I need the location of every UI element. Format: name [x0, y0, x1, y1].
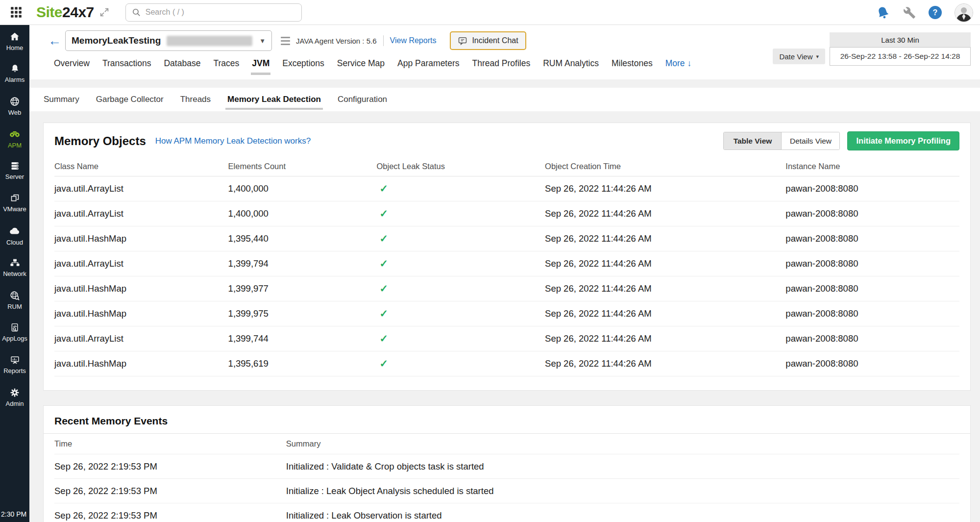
sidebar-item-applogs[interactable]: AppLogs [0, 316, 29, 348]
view-reports-link[interactable]: View Reports [390, 36, 437, 45]
memory-objects-panel: Memory Objects How APM Memory Leak Detec… [43, 123, 971, 391]
tab[interactable]: Database [164, 58, 200, 69]
tab[interactable]: Milestones [612, 58, 653, 69]
date-view-button[interactable]: Date View ▾ [773, 49, 825, 64]
sidebar-item-network[interactable]: Network [0, 251, 29, 284]
vmware-layers-icon [10, 193, 20, 203]
sidebar-item-label: Web [8, 109, 22, 116]
how-it-works-link[interactable]: How APM Memory Leak Detection works? [155, 136, 311, 146]
expand-icon[interactable] [99, 7, 110, 18]
event-summary-cell: Initialized : Validate & Crop objects ta… [286, 461, 959, 472]
monitor-name: MemoryLeakTesting [72, 35, 161, 46]
sidebar-item-server[interactable]: Server [0, 154, 29, 187]
tab[interactable]: Overview [54, 58, 90, 69]
app-launcher-grid-icon[interactable] [8, 4, 24, 21]
incident-chat-button[interactable]: Incident Chat [450, 31, 526, 50]
divider [383, 35, 384, 46]
sidebar-item-label: Admin [6, 400, 24, 407]
elements-count-cell: 1,399,744 [228, 333, 377, 344]
creation-time-cell: Sep 26, 2022 11:44:26 AM [545, 233, 785, 244]
applogs-document-search-icon [10, 323, 20, 333]
instance-name-cell: pawan-2008:8080 [785, 283, 959, 294]
tab[interactable]: More ↓ [665, 58, 691, 69]
subtab[interactable]: Memory Leak Detection [227, 95, 321, 104]
tab[interactable]: App Parameters [397, 58, 459, 69]
tab[interactable]: RUM Analytics [543, 58, 599, 69]
search-input[interactable] [146, 8, 295, 17]
table-row[interactable]: java.util.HashMap 1,395,619 Sep 26, 2022… [54, 351, 959, 376]
sidebar-item-alarms[interactable]: Alarms [0, 57, 29, 90]
column-summary: Summary [286, 439, 959, 448]
subtab[interactable]: Configuration [338, 95, 387, 104]
details-view-toggle[interactable]: Details View [782, 132, 839, 149]
sidebar-item-apm[interactable]: APM [0, 122, 29, 154]
back-arrow-icon[interactable]: ← [48, 34, 61, 48]
table-row[interactable]: java.util.HashMap 1,395,440 Sep 26, 2022… [54, 226, 959, 251]
sidebar-item-admin[interactable]: Admin [0, 381, 29, 413]
tools-wrench-icon[interactable] [903, 6, 916, 19]
sidebar-item-reports[interactable]: Reports [0, 348, 29, 381]
creation-time-cell: Sep 26, 2022 11:44:26 AM [545, 258, 785, 269]
user-avatar[interactable] [955, 3, 973, 22]
tab[interactable]: Traces [213, 58, 239, 69]
table-row[interactable]: java.util.ArrayList 1,400,000 Sep 26, 20… [54, 176, 959, 201]
table-row[interactable]: java.util.HashMap 1,399,977 Sep 26, 2022… [54, 276, 959, 301]
table-row[interactable]: java.util.HashMap 1,399,975 Sep 26, 2022… [54, 301, 959, 326]
leak-status-cell [377, 333, 545, 345]
date-range-picker[interactable]: 26-Sep-22 13:58 - 26-Sep-22 14:28 [830, 47, 971, 66]
memory-objects-table-body: java.util.ArrayList 1,400,000 Sep 26, 20… [44, 176, 970, 376]
monitor-header: ← MemoryLeakTesting ▼ JAVA Agent Version… [29, 25, 980, 79]
class-name-cell: java.util.HashMap [54, 358, 228, 369]
creation-time-cell: Sep 26, 2022 11:44:26 AM [545, 308, 785, 319]
event-time-cell: Sep 26, 2022 2:19:53 PM [54, 486, 286, 497]
elements-count-cell: 1,399,794 [228, 258, 377, 269]
tab[interactable]: Service Map [337, 58, 385, 69]
sidebar-item-rum[interactable]: RUM [0, 284, 29, 316]
leak-status-ok-check-icon [377, 183, 389, 195]
sidebar-item-web[interactable]: Web [0, 90, 29, 122]
subtab[interactable]: Summary [44, 95, 79, 104]
sidebar-item-label: RUM [7, 303, 22, 310]
admin-gear-icon [9, 387, 20, 398]
sidebar-item-cloud[interactable]: Cloud [0, 219, 29, 251]
last-30-min-tab[interactable]: Last 30 Min [830, 32, 971, 47]
subtab[interactable]: Threads [180, 95, 211, 104]
notifications-bell-icon[interactable] [876, 5, 890, 20]
tab[interactable]: Thread Profiles [472, 58, 531, 69]
table-row[interactable]: java.util.ArrayList 1,399,794 Sep 26, 20… [54, 251, 959, 276]
sidebar-item-vmware[interactable]: VMware [0, 187, 29, 219]
monitor-select-dropdown[interactable]: MemoryLeakTesting ▼ [65, 30, 272, 51]
monitor-menu-icon[interactable] [281, 37, 290, 45]
initiate-memory-profiling-button[interactable]: Initiate Memory Profiling [847, 131, 959, 150]
event-row: Sep 26, 2022 2:19:53 PM Initialize : Lea… [54, 479, 959, 503]
table-row[interactable]: java.util.ArrayList 1,400,000 Sep 26, 20… [54, 201, 959, 226]
instance-name-cell: pawan-2008:8080 [785, 258, 959, 269]
tab[interactable]: Exceptions [282, 58, 324, 69]
leak-status-cell [377, 308, 545, 320]
table-row[interactable]: java.util.ArrayList 1,399,744 Sep 26, 20… [54, 326, 959, 351]
apm-binoculars-icon [9, 128, 21, 140]
leak-status-ok-check-icon [377, 233, 389, 245]
site24x7-logo[interactable]: Site24x7 [36, 4, 94, 21]
date-view-label: Date View [779, 52, 812, 61]
left-nav-sidebar: Home Alarms Web APM Server VMware Cloud … [0, 25, 29, 522]
subtab[interactable]: Garbage Collector [96, 95, 164, 104]
table-view-toggle[interactable]: Table View [724, 132, 782, 149]
sidebar-item-label: Network [3, 270, 26, 277]
tab[interactable]: Transactions [102, 58, 151, 69]
alarm-bell-icon [10, 64, 20, 74]
time-range-controls: Date View ▾ Last 30 Min 26-Sep-22 13:58 … [773, 32, 971, 66]
global-search [125, 3, 302, 22]
tab[interactable]: JVM [252, 58, 270, 69]
elements-count-cell: 1,400,000 [228, 183, 377, 194]
search-icon [132, 8, 141, 17]
leak-status-ok-check-icon [377, 208, 389, 220]
chevron-down-icon: ▼ [259, 37, 266, 45]
leak-status-cell [377, 358, 545, 370]
recent-memory-events-title: Recent Memory Events [44, 406, 970, 433]
cloud-icon [9, 225, 21, 237]
memory-objects-title: Memory Objects [54, 134, 146, 148]
event-summary-cell: Initialize : Leak Object Analysis schedu… [286, 486, 959, 497]
help-icon[interactable] [929, 6, 942, 19]
sidebar-item-home[interactable]: Home [0, 25, 29, 57]
